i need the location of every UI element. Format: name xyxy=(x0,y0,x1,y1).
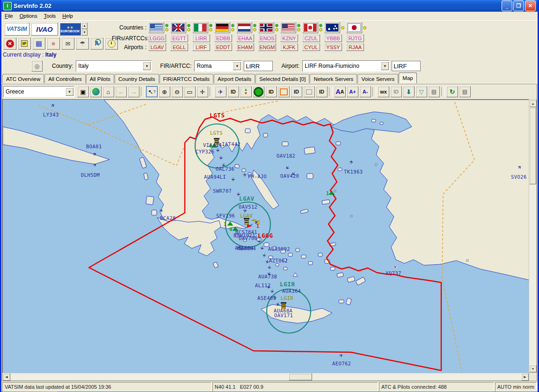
chevron-down-icon[interactable]: ▼ xyxy=(381,62,389,70)
scroll-up-icon[interactable]: ▲ xyxy=(529,100,537,107)
vertical-scroll-thumb[interactable] xyxy=(529,107,536,184)
menu-item-options[interactable]: Options xyxy=(16,13,41,19)
fir-button-LIRR[interactable]: LIRR xyxy=(192,34,210,42)
close-button[interactable]: ✕ xyxy=(525,0,536,11)
chevron-down-icon[interactable]: ▼ xyxy=(66,87,73,96)
airport-button-EGLL[interactable]: EGLL xyxy=(170,43,188,51)
japan-flag-button[interactable] xyxy=(346,22,362,33)
pointer-query-button[interactable]: ↖? xyxy=(146,86,158,97)
vertical-scrollbar[interactable]: ▲ ▼ xyxy=(529,99,537,373)
history-back-button[interactable]: ← xyxy=(115,86,127,97)
horizontal-scrollbar[interactable]: ◀ ▶ xyxy=(2,373,529,381)
aircraft-icon[interactable]: ✈ xyxy=(347,159,355,165)
scroll-right-icon[interactable]: ▶ xyxy=(521,373,529,381)
aircraft-label[interactable]: TK1963 xyxy=(344,169,363,174)
pan-button[interactable]: ✛ xyxy=(197,86,208,97)
aircraft-icon[interactable]: ✈ xyxy=(284,164,292,173)
aircraft-label[interactable]: SVO26 xyxy=(511,174,527,180)
vatsim-network-button[interactable]: VATSIM xyxy=(4,22,29,36)
aircraft-icon[interactable]: ✈ xyxy=(266,265,274,271)
fit-window-button[interactable]: ▣ xyxy=(77,86,89,97)
aircraft-label[interactable]: AUA738 xyxy=(258,274,277,279)
airport-button-CYUL[interactable]: CYUL xyxy=(302,43,320,51)
greece-flag-button[interactable] xyxy=(148,22,164,33)
scroll-left-icon[interactable]: ◀ xyxy=(3,373,10,381)
fir-button-LGGG[interactable]: LGGG xyxy=(148,34,166,42)
fir-button-ENOS[interactable]: ENOS xyxy=(258,34,276,42)
aircraft-icon[interactable]: ✈ xyxy=(393,263,397,270)
lookup-button[interactable]: ◎ xyxy=(31,60,43,72)
eurobook-spinner[interactable]: ▲ ▼ xyxy=(81,22,87,36)
map-region-combo[interactable]: Greece ▼ xyxy=(3,86,74,97)
fir-code-input[interactable] xyxy=(244,61,273,71)
weather-overlay-button[interactable]: wx xyxy=(378,86,389,97)
server-list-icon[interactable]: ≡ xyxy=(47,37,60,50)
aircraft-icon[interactable]: ✈ xyxy=(217,155,225,161)
zoom-out-button[interactable]: ⊖ xyxy=(171,86,183,97)
fir-button-KZNY[interactable]: KZNY xyxy=(280,34,298,42)
toggle-sector-ids-button[interactable]: ID xyxy=(316,86,328,97)
fir-button-EHAA[interactable]: EHAA xyxy=(236,34,254,42)
weather-icon[interactable]: ☂ xyxy=(76,37,89,50)
aircraft-icon[interactable]: ✈ xyxy=(261,253,269,259)
tab-selected-details-0[interactable]: Selected Details [0] xyxy=(255,74,309,83)
title-bar[interactable]: i ServInfo 2.02 _ ❐ ✕ xyxy=(1,0,538,12)
australia-flag-button[interactable] xyxy=(324,22,340,33)
toggle-sector-borders-button[interactable] xyxy=(303,86,315,97)
weather-ids-button[interactable]: ID xyxy=(390,86,402,97)
aircraft-label[interactable]: AEO762 xyxy=(332,361,351,366)
tab-network-servers[interactable]: Network Servers xyxy=(310,74,357,83)
aircraft-label[interactable]: BCA28 xyxy=(160,215,176,221)
airport-button-EDDT[interactable]: EDDT xyxy=(214,43,232,51)
control-tower-icon[interactable] xyxy=(244,218,249,225)
atc-online-triangle-icon[interactable] xyxy=(329,191,335,195)
font-smaller-button[interactable]: A- xyxy=(359,86,371,97)
history-forward-button[interactable]: → xyxy=(128,86,139,97)
fir-button-EGTT[interactable]: EGTT xyxy=(170,34,188,42)
zoom-in-button[interactable]: ⊕ xyxy=(159,86,170,97)
aircraft-label[interactable]: OAV171 xyxy=(274,312,293,318)
chevron-down-icon[interactable]: ▼ xyxy=(143,62,151,70)
aircraft-label[interactable]: OAV512 xyxy=(239,204,257,210)
aircraft-label[interactable]: OAV708 xyxy=(239,235,257,241)
fir-button-EDBB[interactable]: EDBB xyxy=(214,34,232,42)
aircraft-label[interactable]: BOA01 xyxy=(86,144,102,149)
airport-combo[interactable]: LIRF Roma-Fiumicino ▼ xyxy=(302,60,390,72)
aircraft-label[interactable]: XQ737 xyxy=(386,270,401,276)
aircraft-label[interactable]: AUA9092 xyxy=(268,246,290,252)
world-view-button[interactable] xyxy=(90,86,102,97)
eurobook-network-button[interactable]: ★★ EUROBOOK xyxy=(59,22,81,36)
home-view-button[interactable]: ⌂ xyxy=(102,86,114,97)
aircraft-label[interactable]: LY343 xyxy=(43,112,59,117)
tab-fir-artcc-details[interactable]: FIR/ARTCC Details xyxy=(160,74,213,83)
spinner-up-icon[interactable]: ▲ xyxy=(81,22,87,29)
aircraft-label[interactable]: IAT442 xyxy=(222,141,240,147)
netherlands-flag-button[interactable] xyxy=(236,22,252,33)
restore-button[interactable]: ❐ xyxy=(513,0,524,11)
map-properties-button[interactable]: ▤ xyxy=(428,86,440,97)
menu-item-file[interactable]: File xyxy=(1,13,16,19)
map-viewport[interactable]: 14141 ✈✈✈✈✈✈✈✈✈✈✈✈✈✈✈✈✈✈✈✈✈✈✈✈✈✈✈✈ LY343… xyxy=(2,99,529,373)
germany-flag-button[interactable] xyxy=(214,22,230,33)
toggle-circle-ids-button[interactable]: ID xyxy=(265,86,277,97)
map-settings-button[interactable]: ▤ xyxy=(459,86,471,97)
tab-atc-overview[interactable]: ATC Overview xyxy=(2,74,44,83)
filter-button[interactable]: ▽ xyxy=(415,86,427,97)
menu-item-help[interactable]: Help xyxy=(59,13,76,19)
aircraft-icon[interactable]: ✈ xyxy=(214,148,222,153)
menu-item-tools[interactable]: Tools xyxy=(41,13,59,19)
airport-button-EHAM[interactable]: EHAM xyxy=(236,43,254,51)
airport-button-LIRF[interactable]: LIRF xyxy=(192,43,210,51)
disconnect-icon[interactable]: ✕ xyxy=(3,37,16,50)
airport-button-ENGM[interactable]: ENGM xyxy=(258,43,276,51)
scroll-down-icon[interactable]: ▼ xyxy=(529,365,537,372)
aircraft-label[interactable]: OAV420 xyxy=(280,173,299,179)
font-normal-button[interactable]: AA xyxy=(334,86,346,97)
toggle-atc-triangles-button[interactable]: ▲▼ xyxy=(240,86,252,97)
toggle-fir-borders-button[interactable] xyxy=(278,86,290,97)
aircraft-label[interactable]: PH-AJO xyxy=(248,174,267,179)
refresh-button[interactable]: ↻ xyxy=(446,86,458,97)
airport-button-LGAV[interactable]: LGAV xyxy=(148,43,166,51)
find-text-icon[interactable]: A xyxy=(90,37,103,50)
fir-button-RJTG[interactable]: RJTG xyxy=(346,34,364,42)
